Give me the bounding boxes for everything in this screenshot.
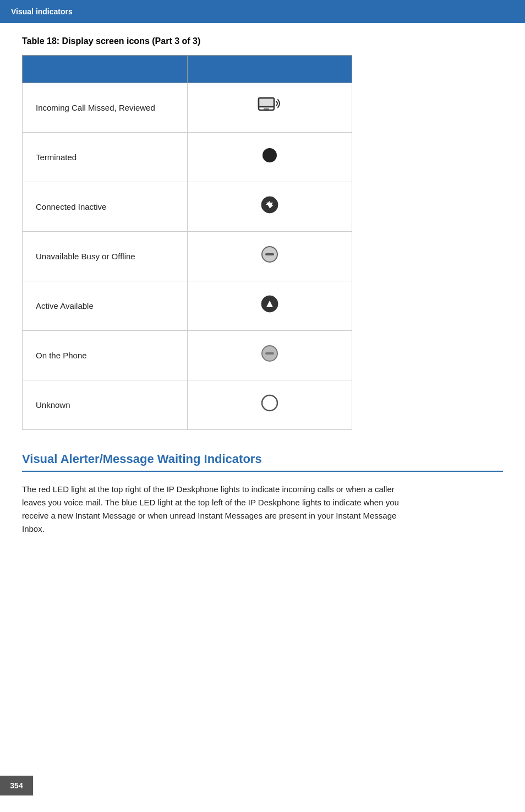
header-label: Visual indicators	[11, 7, 73, 16]
col-header-description	[23, 56, 188, 83]
on-phone-icon	[260, 344, 279, 363]
page-number: 354	[0, 776, 33, 795]
row-icon	[187, 83, 352, 133]
page-content: Table 18: Display screen icons (Part 3 o…	[0, 23, 525, 549]
row-label: Incoming Call Missed, Reviewed	[23, 83, 188, 133]
row-label: Active Available	[23, 281, 188, 331]
phone-ring-icon	[256, 96, 283, 116]
row-icon	[187, 133, 352, 182]
table-title: Table 18: Display screen icons (Part 3 o…	[22, 36, 503, 46]
svg-rect-7	[265, 253, 274, 255]
table-row: On the Phone	[23, 331, 352, 380]
unknown-icon	[260, 394, 279, 412]
table-row: Unknown	[23, 380, 352, 430]
svg-rect-2	[264, 108, 269, 110]
header-bar: Visual indicators	[0, 0, 525, 23]
table-row: Active Available	[23, 281, 352, 331]
row-label: Terminated	[23, 133, 188, 182]
unavailable-icon	[260, 245, 279, 264]
row-label: Connected Inactive	[23, 182, 188, 232]
row-icon	[187, 232, 352, 281]
row-icon	[187, 281, 352, 331]
row-label: Unknown	[23, 380, 188, 430]
table-row: Unavailable Busy or Offline	[23, 232, 352, 281]
active-available-icon	[260, 295, 279, 313]
table-row: Incoming Call Missed, Reviewed	[23, 83, 352, 133]
section-heading: Visual Alerter/Message Waiting Indicator…	[22, 452, 503, 472]
svg-point-12	[262, 395, 277, 411]
section-body: The red LED light at the top right of th…	[22, 483, 407, 536]
row-icon	[187, 331, 352, 380]
svg-rect-1	[259, 98, 274, 107]
table-row: Terminated	[23, 133, 352, 182]
table-row: Connected Inactive	[23, 182, 352, 232]
row-icon	[187, 182, 352, 232]
terminated-icon	[262, 148, 277, 162]
col-header-icon	[187, 56, 352, 83]
row-label: On the Phone	[23, 331, 188, 380]
row-icon	[187, 380, 352, 430]
connected-inactive-icon	[260, 195, 279, 214]
display-icons-table: Incoming Call Missed, Reviewed	[22, 55, 352, 430]
row-label: Unavailable Busy or Offline	[23, 232, 188, 281]
svg-rect-11	[265, 352, 274, 355]
